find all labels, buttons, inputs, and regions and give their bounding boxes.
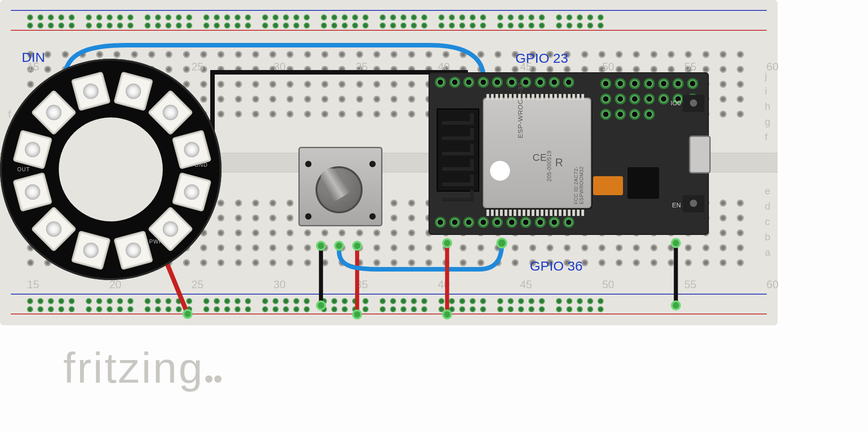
- esp-antenna: [437, 108, 479, 192]
- rail-line-neg: [11, 10, 767, 11]
- micro-usb-port[interactable]: [689, 136, 711, 173]
- ring-pin-out-label: OUT: [17, 166, 30, 173]
- shield-text-1: ESP-WROOM-32: [516, 82, 524, 138]
- shield-text-2: 205-000519: [546, 150, 552, 182]
- esp-btn-io0-label: IO0: [670, 99, 681, 107]
- annotation-gpio36: GPIO 36: [530, 258, 583, 274]
- neopixel-ring: OUT GND PWR: [0, 59, 222, 280]
- potentiometer: [298, 140, 380, 226]
- rail-line-neg-bot: [11, 294, 767, 295]
- bot-rail-holes-1: [27, 298, 750, 304]
- breadboard: 15202530354045505560 1520253035404550556…: [0, 0, 778, 325]
- esp-pinheader-top: [435, 77, 582, 90]
- esp32-board: ESP-WROOM-32 205-000519 FCC ID:2AC72-ESP…: [429, 72, 709, 235]
- row-labels-right-lower: edcba: [765, 185, 770, 262]
- shield-text-3: FCC ID:2AC72-ESPWROOM32: [573, 166, 584, 204]
- rail-line-pos-bot: [11, 314, 767, 314]
- shield-pins-top: [486, 94, 590, 100]
- esp-shield: ESP-WROOM-32 205-000519 FCC ID:2AC72-ESP…: [483, 98, 591, 208]
- top-power-rail: [0, 5, 778, 37]
- top-rail-holes-1: [27, 14, 750, 20]
- diagram-stage: 15202530354045505560 1520253035404550556…: [0, 0, 868, 431]
- fritzing-watermark: fritzing: [63, 343, 222, 393]
- esp-button-en[interactable]: [683, 195, 704, 212]
- annotation-gpio23: GPIO 23: [515, 51, 568, 66]
- bottom-power-rail: [0, 288, 778, 321]
- esp-button-io0[interactable]: [683, 95, 704, 112]
- watermark-text: fritzing: [63, 344, 204, 392]
- annotation-din: DIN: [22, 50, 45, 65]
- bot-rail-holes-2: [27, 306, 750, 312]
- esp-capacitor: [593, 176, 623, 195]
- col-numbers-bot: 15202530354045505560: [27, 278, 778, 291]
- ring-hole: [59, 117, 163, 221]
- shield-pins-bot: [486, 210, 590, 216]
- rail-line-pos: [11, 30, 767, 31]
- row-labels-right-upper: jihgf: [765, 70, 770, 147]
- pot-screw: [369, 161, 376, 167]
- esp-regulator-chip: [627, 167, 659, 199]
- pot-screw: [305, 213, 311, 220]
- top-rail-holes-2: [27, 23, 750, 28]
- pot-screw: [305, 161, 311, 167]
- wifi-logo-icon: [490, 161, 510, 181]
- esp-pinheader-bot: [435, 217, 582, 230]
- esp-btn-en-label: EN: [672, 201, 681, 209]
- pot-screw: [369, 213, 376, 220]
